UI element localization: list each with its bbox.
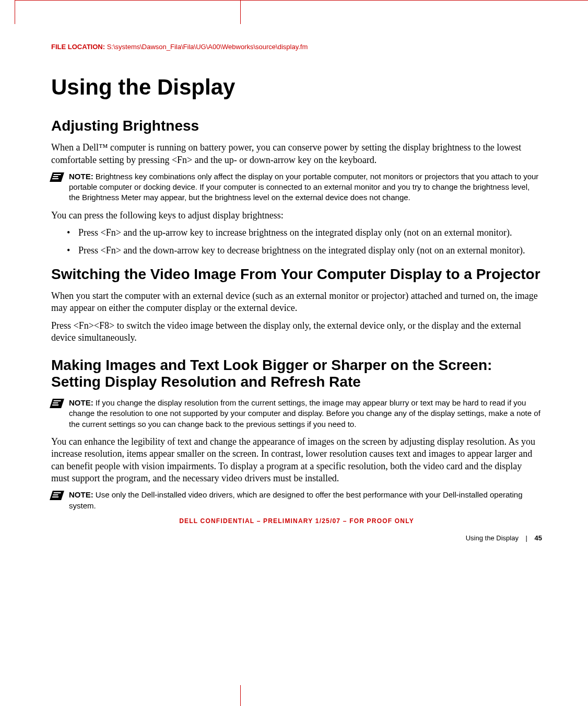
note-icon — [50, 399, 64, 408]
list-item: Press <Fn> and the down-arrow key to dec… — [51, 245, 542, 257]
file-location-path: S:\systems\Dawson_Fila\Fila\UG\A00\Webwo… — [107, 43, 308, 51]
bullet-list: Press <Fn> and the up-arrow key to incre… — [51, 227, 542, 257]
body-paragraph: When you start the computer with an exte… — [51, 290, 542, 315]
note-icon — [50, 491, 64, 500]
section-heading-projector: Switching the Video Image From Your Comp… — [51, 266, 542, 283]
note-text: NOTE: Use only the Dell-installed video … — [69, 490, 542, 511]
note-block: NOTE: Brightness key combinations only a… — [51, 171, 542, 203]
page-content: FILE LOCATION: S:\systems\Dawson_Fila\Fi… — [51, 24, 542, 542]
crop-mark-top-center — [240, 0, 241, 24]
note-label: NOTE: — [69, 172, 93, 181]
note-icon — [50, 172, 64, 182]
file-location-line: FILE LOCATION: S:\systems\Dawson_Fila\Fi… — [51, 43, 542, 51]
intro-paragraph: When a Dell™ computer is running on batt… — [51, 142, 542, 166]
note-block: NOTE: If you change the display resoluti… — [51, 398, 542, 430]
note-body: Use only the Dell-installed video driver… — [69, 490, 523, 510]
crop-mark-left — [15, 0, 15, 24]
footer-section: Using the Display — [466, 534, 519, 542]
lead-paragraph: You can press the following keys to adju… — [51, 210, 542, 222]
section-heading-brightness: Adjusting Brightness — [51, 118, 542, 134]
note-text: NOTE: Brightness key combinations only a… — [69, 171, 542, 203]
confidential-line: DELL CONFIDENTIAL – PRELIMINARY 1/25/07 … — [51, 517, 542, 525]
body-paragraph: Press <Fn><F8> to switch the video image… — [51, 320, 542, 344]
crop-mark-top — [15, 0, 588, 1]
list-item: Press <Fn> and the up-arrow key to incre… — [51, 227, 542, 239]
note-block: NOTE: Use only the Dell-installed video … — [51, 490, 542, 511]
footer-separator: | — [526, 534, 527, 542]
note-body: Brightness key combinations only affect … — [69, 172, 538, 202]
file-location-label: FILE LOCATION: — [51, 43, 105, 51]
body-paragraph: You can enhance the legibility of text a… — [51, 436, 542, 485]
page-footer: Using the Display | 45 — [51, 534, 542, 542]
note-label: NOTE: — [69, 490, 93, 499]
note-body: If you change the display resolution fro… — [69, 398, 540, 429]
section-heading-resolution: Making Images and Text Look Bigger or Sh… — [51, 357, 542, 390]
note-text: NOTE: If you change the display resoluti… — [69, 398, 542, 430]
page-number: 45 — [535, 534, 542, 542]
note-label: NOTE: — [69, 398, 93, 407]
crop-mark-bottom-center — [240, 685, 241, 706]
page-title: Using the Display — [51, 75, 542, 100]
